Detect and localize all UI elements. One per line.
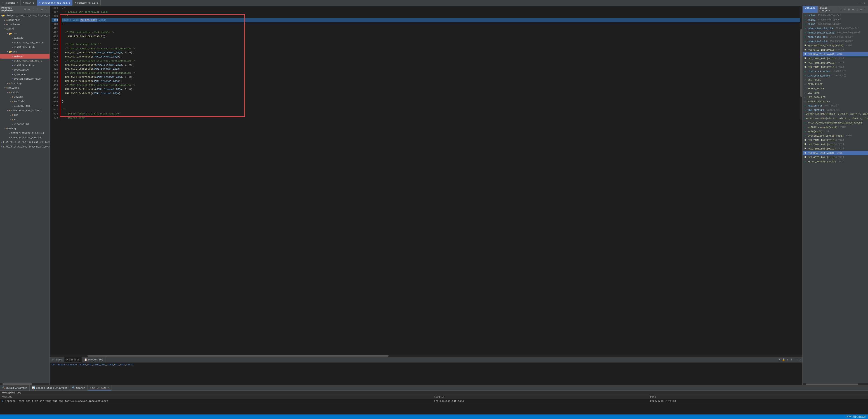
editor-scrollbar[interactable] [800, 6, 802, 120]
outline-led-data-len[interactable]: # LED_DATA_LEN [803, 95, 868, 99]
outline-mx-tim2[interactable]: H ˢMX_TIM2_Init(void) : void [803, 56, 868, 61]
console-minimize-btn[interactable]: — [794, 358, 798, 362]
tree-inc[interactable]: ▼ 📂 Inc [0, 31, 50, 36]
horizontal-scrollbar[interactable] [50, 355, 802, 357]
outline-sysclock[interactable]: H SystemClock_Config(void) : void [803, 43, 868, 48]
outline-link-btn[interactable]: ⇔ [851, 7, 855, 11]
log-row-1[interactable]: ℹ Indexed 'tim5_ch1_tim2_ch2_tim3_ch1_ch… [0, 399, 868, 403]
outline-sysclock2[interactable]: ● SystemClock_Config(void) : void [803, 133, 868, 138]
tree-cmsis[interactable]: ▼ ⊕ CMSIS [0, 90, 50, 95]
h-scrollbar-thumb[interactable] [88, 355, 389, 357]
maximize-btn[interactable]: □ [44, 7, 48, 11]
tab-console[interactable]: ▶ Console [64, 357, 82, 362]
outline-mx-dma-2[interactable]: H ˢMX_DMA_Init(void) : void [803, 151, 868, 155]
tree-ioc[interactable]: ▪ tim5_ch1_tim2_ch2_tim3_ch1_ch2_test.io… [0, 140, 50, 145]
outline-ws2812-set1[interactable]: ● ws2812_set_RGB1(uint8_t, uint8_t, uint… [803, 116, 868, 121]
console-action2-btn[interactable]: ⇓ [790, 358, 794, 362]
outline-error-handler[interactable]: ● Error_Handler(void) : void [803, 159, 868, 164]
tree-hal-msp-c[interactable]: ▪ stm32f4xx_hal_msp.c [0, 59, 50, 63]
outline-sort-btn[interactable]: ↕ [839, 7, 843, 11]
editor-area[interactable]: 466 467 468 469 470 471 472 473 474 475 … [50, 6, 802, 355]
tab-hal-msp[interactable]: ▪ stm32f4xx_hal_msp.c [37, 0, 72, 6]
tree-main-h[interactable]: ▪ main.h [0, 36, 50, 40]
minimize-btn[interactable]: — [40, 7, 44, 11]
console-action1-btn[interactable]: ⇑ [786, 358, 789, 362]
outline-mx-tim3[interactable]: H ˢMX_TIM3_Init(void) : void [803, 65, 868, 69]
outline-minimize-btn[interactable]: — [860, 7, 863, 11]
tab-it[interactable]: ▪ stm32f4xx_it.c [72, 0, 101, 6]
tree-drivers[interactable]: ▼ ⊕ Drivers [0, 86, 50, 90]
outline-hdma-tim3-ch2[interactable]: ● hdma_tim3_ch2 : DMA_HandleTypeDef [803, 35, 868, 39]
outline-mx-tim5[interactable]: H ˢMX_TIM5_Init(void) : void [803, 61, 868, 65]
tab-search[interactable]: 🔍 Search [70, 385, 88, 390]
menu-btn[interactable]: ⋮ [36, 7, 39, 11]
tree-it-c[interactable]: ▪ stm32f4xx_it.c [0, 63, 50, 68]
tree-startup[interactable]: ▶ ⊕ Startup [0, 81, 50, 86]
outline-ws2812-ex[interactable]: ● ws2812_example(void) : void [803, 125, 868, 129]
tab-tasks[interactable]: ⚙ Tasks [50, 357, 64, 362]
console-maximize-btn[interactable]: □ [798, 358, 802, 362]
tree-hal-conf-h[interactable]: ▪ stm32f4xx_hal_conf.h [0, 40, 50, 45]
tree-debug-test[interactable]: ▪ tim5_ch1_tim2_ch2_tim3_ch1_ch2_test De… [0, 145, 50, 149]
outline-mx-gpio-2[interactable]: H ˢMX_GPIO_Init(void) : void [803, 155, 868, 159]
link-editor-btn[interactable]: ⇔ [27, 7, 31, 11]
outline-rgb-buffur[interactable]: ● RGB_buffur : uint16_t[] [803, 103, 868, 108]
outline-led-nums[interactable]: # LED_NUMS [803, 91, 868, 95]
tab-properties[interactable]: 📋 Properties [82, 357, 105, 362]
outline-mx-tim5-2[interactable]: H ˢMX_TIM5_Init(void) : void [803, 147, 868, 151]
outline-menu-btn[interactable]: ⋮ [855, 7, 859, 11]
tree-hal-inc[interactable]: ▶ ⊕ Inc [0, 113, 50, 117]
tree-hal-driver[interactable]: ▼ ⊕ STM32F4xx_HAL_Driver [0, 108, 50, 113]
tree-cmsis-include[interactable]: ▶ ⊕ Include [0, 99, 50, 104]
tree-core[interactable]: ▼ ⊕ Core [0, 27, 50, 31]
outline-hdma-tim3-trig[interactable]: ● hdma_tim3_ch1_trig : DMA_HandleTypeDef [803, 31, 868, 35]
tab-stdint[interactable]: ▪ _stdint.h [0, 0, 21, 6]
tab-build-targets[interactable]: Build Targets [818, 6, 839, 13]
maximize-editor-btn[interactable]: □ [863, 1, 866, 5]
tab-stack-analyzer[interactable]: 📊 Static Stack Analyzer [30, 385, 70, 390]
outline-hdma-tim2[interactable]: ● hdma_tim2_ch2_ch4 : DMA_HandleTypeDef [803, 26, 868, 31]
tree-ram-ld[interactable]: ▪ STM32F405VGTX_RAM.ld [0, 136, 50, 140]
tab-mainc[interactable]: ▪ main.c [21, 0, 37, 6]
tree-device[interactable]: ▶ ⊕ Device [0, 95, 50, 99]
tab-build-analyzer[interactable]: 🔨 Build Analyzer [0, 385, 30, 390]
outline-mx-tim3-2[interactable]: H ˢMX_TIM3_Init(void) : void [803, 142, 868, 147]
outline-one-pulse[interactable]: # ONE_PULSE [803, 78, 868, 82]
tree-it-h[interactable]: ▪ stm32f4xx_it.h [0, 45, 50, 50]
outline-htim2[interactable]: ● htim2 : TIM_HandleTypeDef [803, 13, 868, 18]
outline-tim3-ccr1[interactable]: ● tim3_ccr1_value : uint16_t[] [803, 73, 868, 78]
filter-btn[interactable]: ▽ [32, 7, 35, 11]
tree-binaries[interactable]: ▶ ⊕ Binaries [0, 18, 50, 22]
outline-maximize-btn[interactable]: □ [864, 7, 867, 11]
console-scroll-lock-btn[interactable]: 🔒 [782, 358, 785, 362]
collapse-all-btn[interactable]: ⊟ [23, 7, 27, 11]
tree-syscalls-c[interactable]: ▪ syscalls.c [0, 68, 50, 72]
tree-license-txt[interactable]: ▪ LICENSE.txt [0, 104, 50, 108]
tree-system-c[interactable]: ▪ system_stm32f4xx.c [0, 77, 50, 81]
outline-filter-btn[interactable]: ▽ [843, 7, 847, 11]
outline-hdma-tim5[interactable]: ● hdma_tim5_ch1 : DMA_HandleTypeDef [803, 39, 868, 43]
outline-rgb-buffur1[interactable]: ● RGB_buffur1 : uint32_t[] [803, 108, 868, 112]
outline-hal-tim-pwm[interactable]: ● HAL_TIM_PWM_PulseFinishedCallback(TIM_… [803, 121, 868, 125]
outline-ws2812-set[interactable]: ● ws2812_set_RGB(uint8_t, uint8_t, uint8… [803, 112, 868, 116]
minimize-editor-btn[interactable]: — [858, 1, 862, 5]
tree-debug[interactable]: ▼ ⊕ Debug [0, 126, 50, 131]
outline-tim2-ccr1[interactable]: ● tim2_ccr1_value : uint32_t[] [803, 69, 868, 73]
tree-src[interactable]: ▼ 📂 Src [0, 50, 50, 54]
tree-license-md[interactable]: ▪ License.md [0, 122, 50, 126]
outline-htim3[interactable]: ● htim3 : TIM_HandleTypeDef [803, 18, 868, 22]
outline-ws2812-data[interactable]: # WS2812_DATA_LEN [803, 99, 868, 103]
tree-flash-ld[interactable]: ▪ STM32F405VGTX_FLASH.ld [0, 131, 50, 136]
outline-main[interactable]: ● main(void) : int [803, 129, 868, 133]
outline-collapse-btn[interactable]: ⊟ [847, 7, 851, 11]
console-clear-btn[interactable]: ✕ [778, 358, 781, 362]
console-output[interactable]: CDT Build Console [tim5_ch1_tim2_ch2_tim… [50, 362, 802, 385]
tree-sysmem-c[interactable]: ▪ sysmem.c [0, 72, 50, 77]
tree-includes[interactable]: ▶ ⊕ Includes [0, 22, 50, 27]
outline-reset-pulse[interactable]: # RESET_PULSE [803, 86, 868, 91]
outline-mx-dma[interactable]: H ˢMX_DMA_Init(void) : void [803, 52, 868, 56]
outline-zero-pulse[interactable]: # ZERO_PULSE [803, 82, 868, 86]
code-content[interactable]: /** * Enable DMA controller clock */ sta… [60, 6, 800, 120]
outline-mx-gpio[interactable]: H ˢMX_GPIO_Init(void) : void [803, 48, 868, 52]
tree-root[interactable]: ▼ 📁 tim5_ch1_tim2_ch2_tim3_ch1_ch2_test [0, 13, 50, 18]
